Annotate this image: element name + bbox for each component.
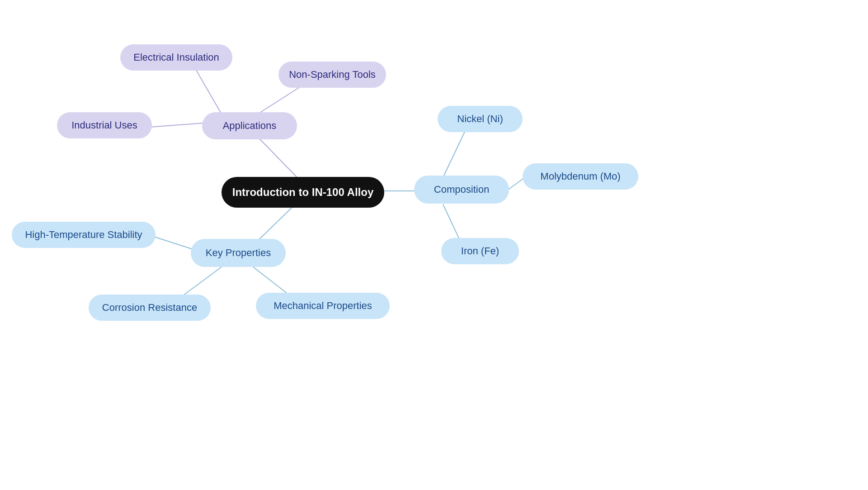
non-sparking-tools-node[interactable]: Non-Sparking Tools (278, 62, 386, 88)
key-properties-node[interactable]: Key Properties (191, 239, 286, 267)
applications-node[interactable]: Applications (202, 112, 297, 139)
corrosion-resistance-node[interactable]: Corrosion Resistance (89, 295, 211, 321)
svg-line-9 (154, 237, 194, 250)
iron-node[interactable]: Iron (Fe) (441, 238, 519, 264)
mechanical-properties-node[interactable]: Mechanical Properties (256, 293, 390, 319)
industrial-uses-node[interactable]: Industrial Uses (57, 112, 152, 138)
svg-line-6 (506, 178, 524, 191)
composition-node[interactable]: Composition (414, 176, 509, 204)
molybdenum-node[interactable]: Molybdenum (Mo) (523, 163, 638, 190)
nickel-node[interactable]: Nickel (Ni) (438, 106, 523, 132)
svg-line-3 (149, 123, 203, 127)
electrical-insulation-node[interactable]: Electrical Insulation (120, 44, 232, 71)
high-temperature-stability-node[interactable]: High-Temperature Stability (12, 222, 156, 248)
center-node[interactable]: Introduction to IN-100 Alloy (222, 177, 384, 208)
